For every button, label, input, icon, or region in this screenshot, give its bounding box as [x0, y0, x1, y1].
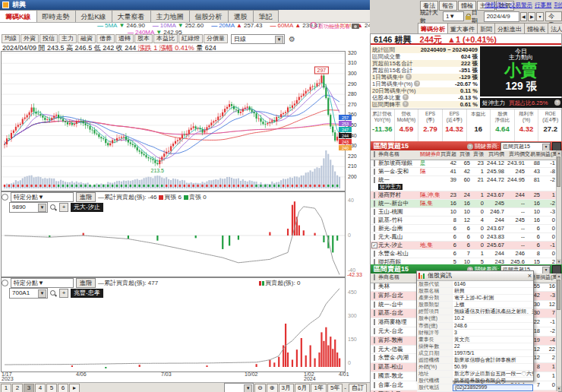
row-checkbox[interactable] — [374, 209, 375, 215]
broker-name[interactable]: 凱基-台北 — [378, 309, 420, 318]
panel2-branch-code-input[interactable]: 9890▼ — [9, 202, 48, 213]
page-button-3[interactable]: 3 — [24, 384, 34, 392]
page-button-1[interactable]: 1 — [1, 384, 11, 392]
page-button-6[interactable]: 6 — [58, 384, 68, 392]
table-row[interactable]: 統一-新台中隔,集16160245--16-2 — [371, 200, 558, 208]
indicator-tab-股本[interactable]: 股本 — [134, 34, 153, 43]
column-header-損益(萬)[interactable]: 損益(萬) — [540, 150, 557, 160]
help-icon[interactable]: ? — [403, 101, 409, 107]
add-branch-button[interactable]: + — [59, 289, 68, 298]
row-checkbox[interactable] — [374, 177, 375, 183]
row-checkbox[interactable] — [374, 328, 375, 334]
column-header-券商名稱[interactable]: 券商名稱 — [378, 273, 420, 283]
row-checkbox[interactable] — [374, 201, 375, 207]
broker-name[interactable]: 合庫-台北 — [378, 381, 420, 390]
indicator-tab-本益比[interactable]: 本益比 — [153, 34, 178, 43]
broker-name[interactable]: 元大-汐止 — [378, 242, 420, 249]
analysis-tab-籌碼分析[interactable]: 籌碼分析 — [418, 23, 448, 33]
indicator-tab-投信[interactable]: 投信 — [39, 34, 58, 43]
row-checkbox[interactable] — [374, 337, 375, 343]
row-checkbox[interactable] — [374, 364, 375, 370]
panel3-branch-code-input[interactable]: 700A1▼ — [9, 288, 48, 299]
broker-name[interactable]: 統一-台中 — [378, 301, 420, 309]
broker-name[interactable]: 港商麥格理 — [378, 318, 420, 327]
broker-name[interactable]: 國票-敦北 — [378, 372, 420, 381]
scrollbar-thumb[interactable] — [557, 280, 560, 310]
search-icon[interactable] — [50, 290, 57, 297]
table-row[interactable]: 新光-台南660243.67--60 — [371, 225, 558, 233]
broker-name[interactable]: 凱基-竹科 — [378, 217, 420, 224]
row-checkbox[interactable] — [374, 355, 375, 361]
analysis-tab-新聞[interactable]: 新聞 — [477, 23, 495, 33]
row-checkbox[interactable] — [374, 160, 375, 166]
analysis-tab-分點進出[interactable]: 分點進出 — [494, 23, 525, 33]
table-row[interactable]: 凱基-竹科8124244245160 — [371, 217, 558, 225]
column-header-交易量[interactable]: 交易量 — [525, 150, 540, 160]
help-icon[interactable]: ? — [403, 94, 409, 100]
row-checkbox[interactable]: ✓ — [371, 242, 377, 248]
table-row[interactable]: 玉山-桃園10100246.7--10-3 — [371, 208, 558, 217]
row-checkbox[interactable] — [374, 319, 375, 325]
row-checkbox[interactable] — [374, 251, 375, 257]
next-day-button[interactable]: ▶ — [528, 12, 535, 21]
panel3-advanced-button[interactable]: 進階 — [76, 278, 96, 288]
stat-days-select[interactable]: 1▼ — [443, 11, 464, 21]
top-link-行事曆[interactable]: 行事曆 — [535, 2, 552, 8]
table-row[interactable]: 統一短沖主力396021244.72244.9581-2 — [371, 176, 558, 191]
help-icon[interactable]: ? — [554, 100, 560, 106]
panel3-radio[interactable] — [2, 280, 8, 286]
help-icon[interactable]: ? — [406, 74, 412, 80]
indicator-tab-紅綠燈[interactable]: 紅綠燈 — [178, 34, 203, 43]
table-row[interactable]: 第一金-安和隔41421245.9824543-8 — [371, 168, 558, 176]
table-row[interactable]: 新加坡商瑞銀是426523244.12243.9188-1 — [371, 160, 558, 168]
analysis-tab-體檢表[interactable]: 體檢表 — [524, 23, 548, 33]
scroll-down-icon[interactable]: ▼ — [557, 259, 561, 264]
scroll-up-icon[interactable]: ▲ — [557, 273, 561, 279]
broker-name[interactable]: 元大-信義 — [378, 346, 420, 354]
date-input[interactable]: 2024/4/9 — [484, 11, 519, 22]
broker-name[interactable]: 統一短沖主力 — [378, 176, 420, 191]
indicator-tab-主力[interactable]: 主力 — [58, 34, 77, 43]
menu-tab-選股[interactable]: 選股 — [228, 10, 254, 22]
broker-name[interactable]: 元大-鳳山 — [378, 233, 420, 241]
column-header-賣均價[interactable]: 賣均價 — [504, 150, 525, 160]
table-row[interactable]: 港商野村隔,沖,集23241243.67244251 — [371, 191, 558, 200]
help-icon[interactable]: ? — [414, 81, 420, 87]
broker-name[interactable]: 富邦-敦南 — [378, 337, 420, 345]
broker-name[interactable]: 新光-台南 — [378, 225, 420, 232]
menu-tab-籌碼K線[interactable]: 籌碼K線 — [0, 10, 37, 22]
row-checkbox[interactable] — [374, 234, 375, 240]
range-button-5年[interactable]: 5年 — [327, 384, 343, 392]
select-all-checkbox[interactable] — [374, 151, 375, 157]
row-checkbox[interactable] — [374, 226, 375, 232]
row-checkbox[interactable] — [374, 310, 375, 316]
period-select[interactable]: 日線▼ — [231, 34, 285, 44]
broker-name[interactable]: 富邦-台北 — [378, 292, 420, 300]
page-button-4[interactable]: 4 — [35, 384, 46, 392]
select-all-checkbox[interactable] — [374, 274, 375, 280]
top-link-到價通知[interactable]: 到價通知 — [554, 2, 562, 8]
panel2-radio[interactable] — [2, 194, 8, 201]
column-header-損益(萬)[interactable]: 損益(萬) — [540, 273, 557, 283]
menu-tab-個股分析[interactable]: 個股分析 — [189, 10, 229, 22]
top-link-交易警示[interactable]: 交易警示 — [510, 2, 532, 8]
indicator-tab-外資[interactable]: 外資 — [21, 34, 39, 43]
menu-tab-筆記[interactable]: 筆記 — [253, 10, 279, 22]
broker-name[interactable]: 玉山-桃園 — [378, 208, 420, 216]
custom-range-button[interactable]: 自訂 — [349, 384, 367, 392]
column-header-買均價[interactable]: 買均價 — [484, 150, 504, 160]
indicator-tab-週轉[interactable]: 週轉 — [115, 34, 134, 43]
broker-name[interactable]: 永豐金-內湖 — [378, 354, 420, 362]
range-button-1年[interactable]: 1年 — [311, 384, 326, 392]
candlestick-chart[interactable]: 3203103002902802702602502402302202102002… — [0, 51, 370, 191]
broker-name[interactable]: 美林 — [378, 283, 420, 291]
row-checkbox[interactable] — [374, 382, 375, 388]
zoom-in-button[interactable]: ⊕ — [267, 384, 278, 392]
page-button-2[interactable]: 2 — [12, 384, 23, 392]
row-checkbox[interactable] — [374, 169, 375, 175]
indicator-tab-均線[interactable]: 均線 — [2, 34, 20, 43]
scrollbar-thumb[interactable] — [557, 156, 560, 187]
row-checkbox[interactable] — [374, 217, 375, 223]
menu-tab-分點K線[interactable]: 分點K線 — [75, 10, 112, 22]
broker-name[interactable]: 凱基-松山 — [378, 363, 420, 371]
